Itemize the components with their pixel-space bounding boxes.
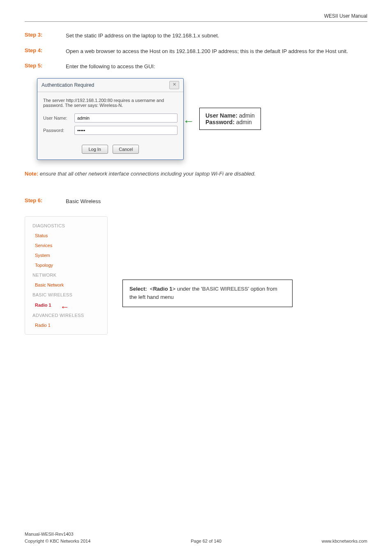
cred-pw-value: admin [236,119,252,125]
footer-page-number: Page 62 of 140 [191,538,221,545]
menu-item-topology[interactable]: Topology [25,260,107,270]
step-3-row: Step 3: Set the static IP address on the… [25,32,367,40]
step-5-label: Step 5: [25,62,66,71]
password-input[interactable] [74,126,178,135]
step-6-row: Step 6: Basic Wireless [25,197,367,206]
left-nav-menu: DIAGNOSTICS Status Services System Topol… [25,216,108,335]
password-label: Password: [43,128,74,133]
step-6-text: Basic Wireless [66,197,367,206]
select-radio-ref: Radio 1 [153,286,172,292]
login-button[interactable]: Log In [82,145,108,154]
step-4-label: Step 4: [25,47,66,56]
header-divider [25,21,367,22]
menu-item-services[interactable]: Services [25,240,107,250]
arrow-left-icon: ← [60,302,69,312]
footer-url: www.kbcnetworks.com [322,538,367,545]
menu-item-adv-radio-1[interactable]: Radio 1 [25,320,107,330]
note-text: ensure that all other network interface … [40,171,256,177]
menu-head-network: NETWORK [25,270,107,280]
step-6-label: Step 6: [25,197,66,206]
select-basic-wireless-kw: BASIC WIRELESS [202,286,248,292]
step-3-text: Set the static IP address on the laptop … [66,32,367,40]
menu-item-radio-1[interactable]: Radio 1 [25,300,61,310]
auth-dialog-message: The server http://192.168.1.200:80 requi… [43,98,178,108]
step-4-row: Step 4: Open a web browser to access the… [25,47,367,56]
username-label: User Name: [43,116,74,120]
menu-item-status[interactable]: Status [25,231,107,240]
cancel-button[interactable]: Cancel [113,145,139,154]
auth-dialog-title: Authentication Required [42,82,94,88]
select-label: Select: [129,286,147,292]
step-3-label: Step 3: [25,32,66,40]
select-instruction-box: Select: <Radio 1> under the 'BASIC WIREL… [122,280,293,308]
footer-manual-rev: Manual-WESII-Rev1403 [25,531,90,538]
arrow-left-icon: ← [183,115,194,128]
menu-head-diagnostics: DIAGNOSTICS [25,221,107,231]
step-5-text: Enter the following to access the GUI: [66,62,367,71]
menu-item-basic-network[interactable]: Basic Network [25,280,107,290]
step-5-row: Step 5: Enter the following to access th… [25,62,367,71]
note-prefix: Note: [25,171,38,177]
close-icon[interactable]: ✕ [169,81,179,89]
menu-head-basic-wireless: BASIC WIRELESS [25,290,107,300]
cred-pw-label: Password: [205,119,235,125]
username-input[interactable] [74,113,178,123]
select-under-text: under the ' [177,286,202,292]
cred-user-label: User Name: [205,112,238,119]
note-block: Note: ensure that all other network inte… [25,170,367,178]
page-footer: Manual-WESII-Rev1403 Copyright © KBC Net… [25,531,367,544]
step-4-text: Open a web browser to access the Host on… [66,47,367,56]
auth-dialog: Authentication Required ✕ The server htt… [37,78,184,160]
footer-copyright: Copyright © KBC Networks 2014 [25,538,90,545]
cred-user-value: admin [239,112,255,119]
doc-header-title: WESII User Manual [25,13,367,21]
menu-item-system[interactable]: System [25,250,107,260]
credentials-box: User Name: admin Password: admin [199,108,261,130]
